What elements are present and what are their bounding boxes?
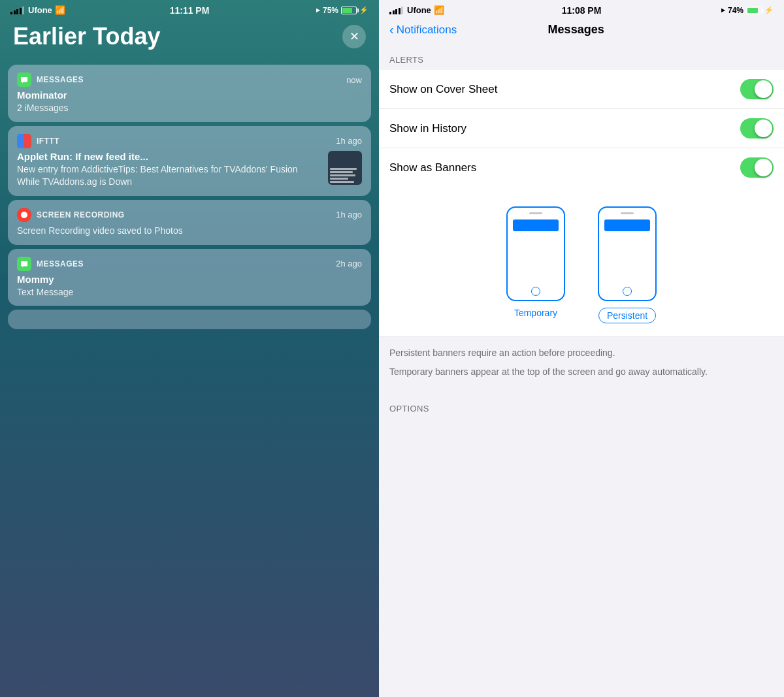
status-bar-right: Ufone 📶 11:08 PM ▸ 74% ⚡	[379, 0, 784, 18]
notification-title-2: Applet Run: If new feed ite...	[17, 151, 321, 162]
right-panel: Ufone 📶 11:08 PM ▸ 74% ⚡ ‹ Notifications…	[379, 0, 784, 697]
left-panel: Ufone 📶 11:11 PM ▸ 75% ⚡ Earlier Today ✕	[0, 0, 379, 697]
location-icon-left: ▸	[316, 6, 320, 14]
show-as-banners-toggle[interactable]	[740, 157, 774, 178]
show-in-history-row: Show in History	[379, 109, 784, 148]
description-text-1: Persistent banners require an action bef…	[389, 346, 774, 360]
persistent-label[interactable]: Persistent	[598, 308, 656, 323]
signal-bars-icon-right	[389, 7, 403, 14]
notification-card-ifttt[interactable]: IFTTT 1h ago Applet Run: If new feed ite…	[8, 126, 371, 196]
notification-time-3: 1h ago	[336, 210, 362, 219]
temporary-label[interactable]: Temporary	[514, 308, 557, 318]
show-in-history-label: Show in History	[389, 122, 466, 135]
description-text-2: Temporary banners appear at the top of t…	[389, 365, 774, 379]
banner-illustrations: Temporary Persistent	[379, 187, 784, 336]
persistent-phone	[598, 206, 657, 301]
notification-card-partial[interactable]	[8, 310, 371, 329]
status-right-group-left: ▸ 75% ⚡	[316, 6, 368, 15]
temporary-phone	[506, 206, 565, 301]
show-in-history-toggle[interactable]	[740, 118, 774, 138]
app-name-messages-2: MESSAGES	[37, 259, 84, 268]
notification-time-1: now	[346, 75, 362, 85]
screen-recording-icon	[17, 208, 31, 222]
description-section: Persistent banners require an action bef…	[379, 337, 784, 393]
notification-time-4: 2h ago	[336, 259, 362, 268]
back-chevron-icon: ‹	[389, 23, 394, 36]
ifttt-app-icon	[17, 134, 31, 148]
status-bar-left: Ufone 📶 11:11 PM ▸ 75% ⚡	[0, 0, 379, 18]
earlier-today-title: Earlier Today	[13, 23, 160, 50]
persistent-illustration: Persistent	[598, 206, 657, 323]
show-as-banners-row: Show as Banners	[379, 148, 784, 187]
status-right-left: Ufone 📶	[389, 5, 444, 15]
page-title: Messages	[548, 23, 604, 37]
alerts-section-header: ALERTS	[379, 44, 784, 70]
location-icon-right: ▸	[721, 6, 725, 14]
back-button[interactable]: ‹ Notifications	[389, 24, 457, 37]
show-on-cover-sheet-label: Show on Cover Sheet	[389, 83, 497, 96]
battery-percent-left: 75%	[323, 6, 338, 15]
app-name-screen: SCREEN RECORDING	[37, 210, 125, 219]
battery-icon-right	[746, 7, 762, 14]
battery-percent-right: 74%	[728, 6, 743, 15]
notification-time-2: 1h ago	[336, 136, 362, 146]
signal-bars-icon	[10, 7, 24, 14]
charging-icon-right: ⚡	[764, 6, 774, 14]
notification-body-2: New entry from AddictiveTips: Best Alter…	[17, 163, 321, 188]
notification-body-4: Text Message	[17, 286, 362, 299]
status-right-right: ▸ 74% ⚡	[721, 6, 774, 15]
show-as-banners-label: Show as Banners	[389, 161, 476, 174]
temporary-illustration: Temporary	[506, 206, 565, 323]
notification-body-1: 2 iMessages	[17, 102, 362, 114]
notification-card-messages-2[interactable]: MESSAGES 2h ago Mommy Text Message	[8, 249, 371, 306]
settings-list: Show on Cover Sheet Show in History Show…	[379, 70, 784, 336]
charging-icon-left: ⚡	[359, 6, 368, 14]
messages-app-icon-2	[17, 257, 31, 271]
carrier-left: Ufone	[28, 5, 52, 15]
notification-body-3: Screen Recording video saved to Photos	[17, 225, 362, 237]
show-on-cover-sheet-toggle[interactable]	[740, 79, 774, 99]
time-right: 11:08 PM	[562, 5, 602, 16]
time-left: 11:11 PM	[170, 5, 210, 16]
wifi-icon-right: 📶	[434, 5, 444, 15]
earlier-today-header: Earlier Today ✕	[0, 18, 379, 61]
notification-thumbnail	[328, 151, 362, 185]
carrier-right: Ufone	[407, 5, 431, 15]
wifi-icon-left: 📶	[55, 5, 65, 15]
notification-title-4: Mommy	[17, 274, 362, 285]
app-name-ifttt: IFTTT	[37, 137, 59, 146]
messages-app-icon	[17, 73, 31, 87]
back-label: Notifications	[397, 24, 457, 37]
notification-title-1: Mominator	[17, 89, 362, 101]
show-on-cover-sheet-row: Show on Cover Sheet	[379, 70, 784, 109]
notification-card-screen[interactable]: SCREEN RECORDING 1h ago Screen Recording…	[8, 200, 371, 245]
notification-card-messages-1[interactable]: MESSAGES now Mominator 2 iMessages	[8, 65, 371, 122]
battery-icon-left	[341, 7, 357, 14]
options-section-header: OPTIONS	[379, 393, 784, 419]
status-left-group: Ufone 📶	[10, 5, 65, 15]
nav-bar: ‹ Notifications Messages	[379, 18, 784, 44]
close-button[interactable]: ✕	[342, 25, 366, 48]
app-name-messages-1: MESSAGES	[37, 75, 84, 84]
